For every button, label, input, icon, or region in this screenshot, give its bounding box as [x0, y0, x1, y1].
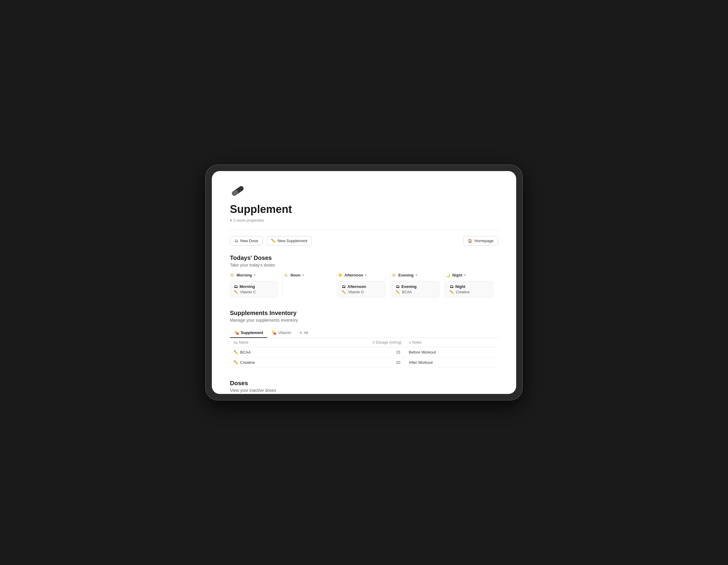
morning-card-icon: 🗂 [234, 284, 238, 289]
doses-subtitle: View your inactive doses [230, 388, 498, 393]
afternoon-card-icon: 🗂 [342, 284, 346, 289]
home-icon: 🏠 [468, 239, 472, 243]
creatine-icon: ✏️ [450, 290, 454, 294]
col-notes: ≡ Notes [405, 338, 498, 347]
bcaa-row-icon: ✏️ [234, 350, 238, 354]
row-dosage-bcaa: 15 [307, 347, 405, 357]
night-chevron: ▾ [464, 274, 466, 277]
dose-col-evening: 🌤️ Evening ▾ 🗂 Evening ✏️ BCAA [391, 273, 444, 297]
row-notes-bcaa: Before Workout [405, 347, 498, 357]
name-col-icon: Aa [234, 340, 237, 344]
device-frame: Supplement ▾ 2 more properties 🗂 New Dos… [206, 165, 522, 400]
notes-col-icon: ≡ [409, 340, 411, 344]
app-icon [230, 183, 498, 200]
morning-chevron: ▾ [254, 274, 255, 277]
bcaa-icon: ✏️ [396, 290, 400, 294]
afternoon-card[interactable]: 🗂 Afternoon ✏️ Vitamin D [338, 281, 385, 297]
col-dosage: # Dosage (ml/mg) [307, 338, 405, 347]
dose-columns: 🌤️ Morning ▾ 🗂 Morning ✏️ Vitamin C [230, 273, 498, 297]
noon-header[interactable]: ⛅ Noon ▾ [284, 273, 331, 278]
todays-doses-subtitle: Take your today's doses [230, 263, 498, 268]
new-dose-button[interactable]: 🗂 New Dose [230, 236, 263, 246]
morning-icon: 🌤️ [230, 273, 235, 278]
todays-doses-title: Todays' Doses [230, 255, 498, 262]
divider [230, 230, 498, 230]
dosage-col-icon: # [373, 340, 375, 344]
afternoon-chevron: ▾ [365, 274, 366, 277]
doses-title: Doses [230, 380, 498, 387]
evening-card-icon: 🗂 [396, 284, 400, 289]
night-header[interactable]: 🌙 Night ▾ [446, 273, 493, 278]
table-row[interactable]: ✏️ Creatine 20 After Workout [230, 357, 498, 368]
supplement-icon: ✏️ [271, 239, 276, 243]
more-properties-toggle[interactable]: ▾ 2 more properties [230, 218, 498, 223]
page-title: Supplement [230, 203, 498, 216]
night-card-icon: 🗂 [450, 284, 453, 289]
vitamin-c-icon: ✏️ [234, 290, 238, 294]
todays-doses-section: Todays' Doses Take your today's doses 🌤️… [230, 255, 498, 297]
evening-card[interactable]: 🗂 Evening ✏️ BCAA [392, 281, 439, 297]
chevron-icon: ▾ [230, 218, 232, 223]
inventory-table: Aa Name # Dosage (ml/mg) ≡ Notes [230, 338, 498, 368]
col-name: Aa Name [230, 338, 307, 347]
dose-col-night: 🌙 Night ▾ 🗂 Night ✏️ Creatine [444, 273, 498, 297]
inventory-tabs: 💊 Supplement 💊 Vitamin ≡ All [230, 328, 498, 338]
homepage-button[interactable]: 🏠 Homepage [463, 236, 498, 246]
evening-icon: 🌤️ [392, 273, 397, 278]
screen: Supplement ▾ 2 more properties 🗂 New Dos… [212, 171, 516, 394]
dose-col-afternoon: ☀️ Afternoon ▾ 🗂 Afternoon ✏️ Vitamin D [337, 273, 391, 297]
afternoon-header[interactable]: ☀️ Afternoon ▾ [338, 273, 385, 278]
new-supplement-button[interactable]: ✏️ New Supplement [266, 236, 312, 246]
vitamin-tab-icon: 💊 [271, 330, 276, 335]
dose-col-noon: ⛅ Noon ▾ [283, 273, 337, 297]
afternoon-icon: ☀️ [338, 273, 343, 278]
creatine-row-icon: ✏️ [234, 360, 238, 365]
vitamin-d-icon: ✏️ [342, 290, 346, 294]
all-tab-icon: ≡ [300, 330, 302, 335]
morning-card[interactable]: 🗂 Morning ✏️ Vitamin C [230, 281, 278, 297]
inventory-subtitle: Manage your supplements inventory [230, 318, 498, 322]
tab-supplement[interactable]: 💊 Supplement [230, 328, 267, 338]
night-card[interactable]: 🗂 Night ✏️ Creatine [446, 281, 493, 297]
inventory-title: Supplements Inventory [230, 309, 498, 316]
row-notes-creatine: After Workout [405, 357, 498, 368]
row-dosage-creatine: 20 [307, 357, 405, 368]
supplement-tab-icon: 💊 [234, 330, 239, 335]
dose-col-morning: 🌤️ Morning ▾ 🗂 Morning ✏️ Vitamin C [230, 273, 283, 297]
noon-chevron: ▾ [302, 274, 304, 277]
night-icon: 🌙 [446, 273, 450, 278]
evening-chevron: ▾ [416, 274, 417, 277]
toolbar: 🗂 New Dose ✏️ New Supplement 🏠 Homepage [230, 236, 498, 246]
evening-header[interactable]: 🌤️ Evening ▾ [392, 273, 439, 278]
inventory-section: Supplements Inventory Manage your supple… [230, 309, 498, 368]
doses-section: Doses View your inactive doses ⊗ Inactiv… [230, 380, 498, 394]
dose-icon: 🗂 [234, 239, 238, 243]
tab-vitamin[interactable]: 💊 Vitamin [267, 328, 295, 338]
row-name-creatine: ✏️ Creatine [230, 357, 307, 368]
row-name-bcaa: ✏️ BCAA [230, 347, 307, 357]
noon-icon: ⛅ [284, 273, 289, 278]
table-row[interactable]: ✏️ BCAA 15 Before Workout [230, 347, 498, 357]
morning-header[interactable]: 🌤️ Morning ▾ [230, 273, 278, 278]
tab-all[interactable]: ≡ All [296, 328, 312, 338]
